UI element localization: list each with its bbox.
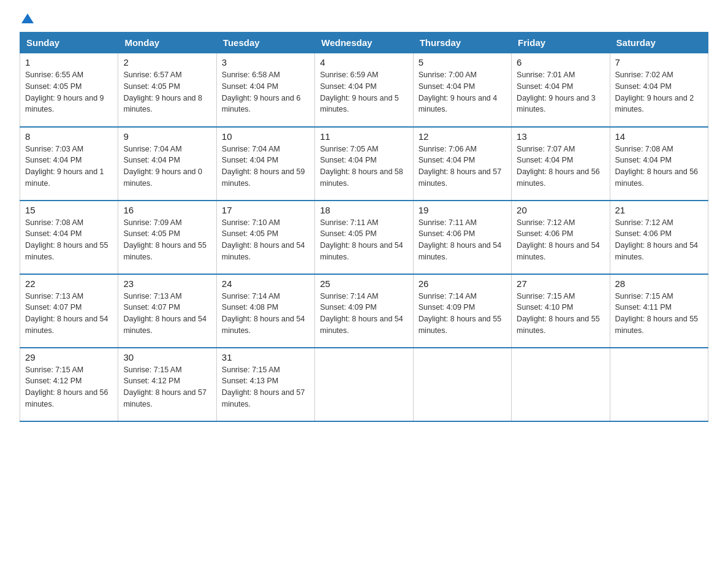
calendar-cell: 26 Sunrise: 7:14 AM Sunset: 4:09 PM Dayl… — [413, 274, 511, 348]
day-number: 3 — [222, 57, 309, 67]
day-info: Sunrise: 7:09 AM Sunset: 4:05 PM Dayligh… — [123, 217, 211, 263]
day-info: Sunrise: 7:04 AM Sunset: 4:04 PM Dayligh… — [222, 144, 309, 190]
day-info: Sunrise: 7:05 AM Sunset: 4:04 PM Dayligh… — [320, 144, 408, 190]
day-number: 10 — [222, 131, 309, 142]
day-number: 7 — [615, 57, 703, 67]
calendar-cell: 3 Sunrise: 6:58 AM Sunset: 4:04 PM Dayli… — [216, 53, 314, 127]
day-number: 5 — [419, 57, 506, 67]
day-number: 27 — [517, 278, 604, 289]
calendar-cell: 18 Sunrise: 7:11 AM Sunset: 4:05 PM Dayl… — [315, 201, 413, 274]
day-number: 29 — [25, 352, 113, 362]
day-info: Sunrise: 7:08 AM Sunset: 4:04 PM Dayligh… — [615, 144, 703, 190]
day-number: 25 — [320, 278, 408, 289]
calendar-cell: 28 Sunrise: 7:15 AM Sunset: 4:11 PM Dayl… — [610, 274, 708, 348]
calendar-cell: 14 Sunrise: 7:08 AM Sunset: 4:04 PM Dayl… — [610, 127, 708, 201]
calendar-cell: 27 Sunrise: 7:15 AM Sunset: 4:10 PM Dayl… — [512, 274, 610, 348]
calendar-cell: 1 Sunrise: 6:55 AM Sunset: 4:05 PM Dayli… — [20, 53, 118, 127]
day-number: 22 — [25, 278, 113, 289]
svg-marker-0 — [21, 13, 34, 23]
day-number: 1 — [25, 57, 113, 67]
day-info: Sunrise: 7:15 AM Sunset: 4:13 PM Dayligh… — [222, 364, 309, 410]
day-number: 13 — [517, 131, 604, 142]
calendar-cell — [610, 348, 708, 421]
day-number: 23 — [123, 278, 211, 289]
day-info: Sunrise: 7:13 AM Sunset: 4:07 PM Dayligh… — [123, 291, 211, 337]
day-info: Sunrise: 7:10 AM Sunset: 4:05 PM Dayligh… — [222, 217, 309, 263]
calendar-cell — [315, 348, 413, 421]
day-info: Sunrise: 7:14 AM Sunset: 4:09 PM Dayligh… — [419, 291, 506, 337]
day-number: 11 — [320, 131, 408, 142]
calendar-cell: 24 Sunrise: 7:14 AM Sunset: 4:08 PM Dayl… — [216, 274, 314, 348]
calendar-table: SundayMondayTuesdayWednesdayThursdayFrid… — [20, 32, 708, 422]
days-of-week-row: SundayMondayTuesdayWednesdayThursdayFrid… — [20, 33, 708, 53]
day-info: Sunrise: 7:04 AM Sunset: 4:04 PM Dayligh… — [123, 144, 211, 190]
day-number: 8 — [25, 131, 113, 142]
day-number: 15 — [25, 205, 113, 215]
day-number: 9 — [123, 131, 211, 142]
day-info: Sunrise: 7:00 AM Sunset: 4:04 PM Dayligh… — [419, 69, 506, 115]
calendar-cell — [413, 348, 511, 421]
week-row-2: 8 Sunrise: 7:03 AM Sunset: 4:04 PM Dayli… — [20, 127, 708, 201]
day-info: Sunrise: 7:06 AM Sunset: 4:04 PM Dayligh… — [419, 144, 506, 190]
calendar-cell — [512, 348, 610, 421]
day-number: 2 — [123, 57, 211, 67]
calendar-cell: 30 Sunrise: 7:15 AM Sunset: 4:12 PM Dayl… — [118, 348, 216, 421]
calendar-cell: 13 Sunrise: 7:07 AM Sunset: 4:04 PM Dayl… — [512, 127, 610, 201]
calendar-cell: 21 Sunrise: 7:12 AM Sunset: 4:06 PM Dayl… — [610, 201, 708, 274]
day-info: Sunrise: 7:15 AM Sunset: 4:12 PM Dayligh… — [123, 364, 211, 410]
day-info: Sunrise: 7:01 AM Sunset: 4:04 PM Dayligh… — [517, 69, 604, 115]
calendar-header: SundayMondayTuesdayWednesdayThursdayFrid… — [20, 33, 708, 53]
day-info: Sunrise: 6:57 AM Sunset: 4:05 PM Dayligh… — [123, 69, 211, 115]
day-info: Sunrise: 7:03 AM Sunset: 4:04 PM Dayligh… — [25, 144, 113, 190]
day-number: 21 — [615, 205, 703, 215]
logo — [20, 15, 34, 22]
day-info: Sunrise: 6:58 AM Sunset: 4:04 PM Dayligh… — [222, 69, 309, 115]
day-number: 17 — [222, 205, 309, 215]
day-info: Sunrise: 6:55 AM Sunset: 4:05 PM Dayligh… — [25, 69, 113, 115]
day-info: Sunrise: 7:12 AM Sunset: 4:06 PM Dayligh… — [517, 217, 604, 263]
calendar-cell: 9 Sunrise: 7:04 AM Sunset: 4:04 PM Dayli… — [118, 127, 216, 201]
calendar-cell: 2 Sunrise: 6:57 AM Sunset: 4:05 PM Dayli… — [118, 53, 216, 127]
calendar-cell: 7 Sunrise: 7:02 AM Sunset: 4:04 PM Dayli… — [610, 53, 708, 127]
calendar-cell: 20 Sunrise: 7:12 AM Sunset: 4:06 PM Dayl… — [512, 201, 610, 274]
week-row-1: 1 Sunrise: 6:55 AM Sunset: 4:05 PM Dayli… — [20, 53, 708, 127]
day-number: 31 — [222, 352, 309, 362]
day-info: Sunrise: 7:02 AM Sunset: 4:04 PM Dayligh… — [615, 69, 703, 115]
day-header-wednesday: Wednesday — [315, 33, 413, 53]
calendar-cell: 17 Sunrise: 7:10 AM Sunset: 4:05 PM Dayl… — [216, 201, 314, 274]
day-info: Sunrise: 7:08 AM Sunset: 4:04 PM Dayligh… — [25, 217, 113, 263]
calendar-cell: 29 Sunrise: 7:15 AM Sunset: 4:12 PM Dayl… — [20, 348, 118, 421]
day-header-saturday: Saturday — [610, 33, 708, 53]
day-number: 26 — [419, 278, 506, 289]
calendar-cell: 19 Sunrise: 7:11 AM Sunset: 4:06 PM Dayl… — [413, 201, 511, 274]
day-header-monday: Monday — [118, 33, 216, 53]
calendar-cell: 5 Sunrise: 7:00 AM Sunset: 4:04 PM Dayli… — [413, 53, 511, 127]
day-number: 28 — [615, 278, 703, 289]
calendar-cell: 22 Sunrise: 7:13 AM Sunset: 4:07 PM Dayl… — [20, 274, 118, 348]
calendar-cell: 23 Sunrise: 7:13 AM Sunset: 4:07 PM Dayl… — [118, 274, 216, 348]
day-header-friday: Friday — [512, 33, 610, 53]
day-info: Sunrise: 7:14 AM Sunset: 4:08 PM Dayligh… — [222, 291, 309, 337]
calendar-cell: 25 Sunrise: 7:14 AM Sunset: 4:09 PM Dayl… — [315, 274, 413, 348]
day-header-thursday: Thursday — [413, 33, 511, 53]
day-number: 4 — [320, 57, 408, 67]
calendar-cell: 4 Sunrise: 6:59 AM Sunset: 4:04 PM Dayli… — [315, 53, 413, 127]
day-info: Sunrise: 7:14 AM Sunset: 4:09 PM Dayligh… — [320, 291, 408, 337]
day-info: Sunrise: 7:13 AM Sunset: 4:07 PM Dayligh… — [25, 291, 113, 337]
day-info: Sunrise: 7:11 AM Sunset: 4:06 PM Dayligh… — [419, 217, 506, 263]
calendar-cell: 8 Sunrise: 7:03 AM Sunset: 4:04 PM Dayli… — [20, 127, 118, 201]
logo-triangle-icon — [21, 12, 34, 26]
day-number: 16 — [123, 205, 211, 215]
day-info: Sunrise: 6:59 AM Sunset: 4:04 PM Dayligh… — [320, 69, 408, 115]
day-info: Sunrise: 7:07 AM Sunset: 4:04 PM Dayligh… — [517, 144, 604, 190]
day-info: Sunrise: 7:12 AM Sunset: 4:06 PM Dayligh… — [615, 217, 703, 263]
calendar-cell: 11 Sunrise: 7:05 AM Sunset: 4:04 PM Dayl… — [315, 127, 413, 201]
week-row-5: 29 Sunrise: 7:15 AM Sunset: 4:12 PM Dayl… — [20, 348, 708, 421]
calendar-cell: 10 Sunrise: 7:04 AM Sunset: 4:04 PM Dayl… — [216, 127, 314, 201]
day-number: 30 — [123, 352, 211, 362]
day-header-sunday: Sunday — [20, 33, 118, 53]
day-info: Sunrise: 7:11 AM Sunset: 4:05 PM Dayligh… — [320, 217, 408, 263]
day-info: Sunrise: 7:15 AM Sunset: 4:12 PM Dayligh… — [25, 364, 113, 410]
calendar-body: 1 Sunrise: 6:55 AM Sunset: 4:05 PM Dayli… — [20, 53, 708, 421]
calendar-cell: 16 Sunrise: 7:09 AM Sunset: 4:05 PM Dayl… — [118, 201, 216, 274]
